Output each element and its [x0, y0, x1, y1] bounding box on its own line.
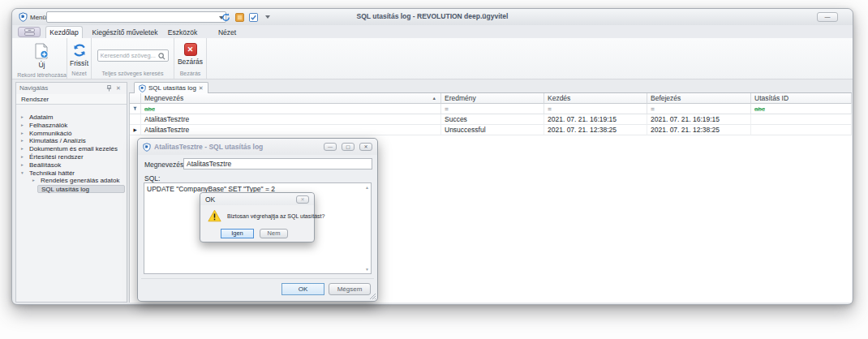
document-tab-sql-utasitas-log[interactable]: SQL utasítás log ✕: [134, 82, 208, 93]
fulltext-search-box[interactable]: [97, 49, 169, 62]
chevron-down-icon: [265, 15, 270, 19]
tasks-quick-button[interactable]: [247, 11, 259, 23]
dialog-maximize-button[interactable]: ▢: [342, 143, 355, 151]
menu-combobox[interactable]: [46, 11, 226, 23]
table-row[interactable]: AtalitasTesztre Succes 2021. 07. 21. 16:…: [130, 114, 852, 125]
minimize-icon: —: [825, 14, 831, 19]
ribbon-group-view: Frissít Nézet: [67, 38, 92, 79]
sidebar-item-felhasznalok[interactable]: ▸ Felhasználók: [16, 122, 127, 130]
cell-kezdes[interactable]: 2021. 07. 21. 12:38:25: [544, 125, 647, 135]
drawer-icon: [24, 28, 35, 36]
navigation-panel: Navigálás ✕ Rendszer ▸ Adataim: [15, 82, 127, 303]
ribbon: Új Rekord létrehozása Frissít: [12, 38, 853, 79]
confirm-dialog: OK ✕ Biztosan végrehajtja az SQL utasítá…: [200, 192, 315, 242]
settings-quick-button[interactable]: [234, 11, 245, 23]
filter-cell-eredmeny[interactable]: =: [441, 104, 544, 114]
refresh-icon: [72, 43, 87, 58]
menu-combobox-input[interactable]: [49, 12, 211, 22]
filter-row-indicator: [130, 104, 141, 114]
filter-cell-befejezes[interactable]: =: [647, 104, 751, 114]
close-icon: ✕: [184, 43, 197, 56]
close-tab-icon[interactable]: ✕: [199, 85, 204, 92]
refresh-icon: [221, 13, 230, 22]
no-button[interactable]: Nem: [260, 229, 288, 238]
cell-megnevezes[interactable]: AtalitasTesztre: [141, 114, 441, 125]
grid-corner-cell: [130, 93, 141, 104]
sidebar-item-dokumentum-email[interactable]: ▸ Dokumentum és email kezelés: [16, 145, 127, 153]
cell-utasitas-id[interactable]: [751, 125, 852, 135]
sidebar-item-kommunikacio[interactable]: ▸ Kommunikáció: [16, 130, 127, 138]
name-field-input[interactable]: [183, 158, 372, 170]
search-input[interactable]: [101, 51, 157, 60]
dialog-minimize-button[interactable]: —: [324, 143, 337, 151]
sidebar-item-rendeles-generalas[interactable]: ▸ Rendelés generálás adatok: [16, 177, 127, 185]
sidebar-item-adataim[interactable]: ▸ Adataim: [16, 114, 127, 122]
sidebar-item-ertesitesi-rendszer[interactable]: ▸ Értesítési rendszer: [16, 153, 127, 161]
quick-access-more-button[interactable]: [262, 11, 273, 23]
refresh-button[interactable]: Frissít: [66, 41, 92, 69]
table-row[interactable]: ▶ AtalitasTesztre Unsuccessful 2021. 07.…: [130, 125, 852, 135]
maximize-icon: ▢: [346, 144, 350, 149]
yes-button[interactable]: Igen: [221, 229, 254, 238]
sql-field-label: SQL:: [144, 174, 160, 182]
document-tabbar: SQL utasítás log ✕: [129, 82, 852, 93]
confirm-close-button[interactable]: ✕: [296, 195, 309, 204]
cell-eredmeny[interactable]: Unsuccessful: [441, 125, 544, 135]
ribbon-group-caption: Rekord létrehozása: [17, 71, 67, 79]
checkbox-icon: [249, 13, 258, 22]
tab-eszkozok[interactable]: Eszközök: [163, 26, 202, 38]
navigation-title: Navigálás: [19, 84, 104, 92]
menu-label: Menü: [30, 9, 46, 25]
column-header-eredmeny[interactable]: Eredmény: [441, 93, 544, 104]
filter-cell-megnevezes[interactable]: abc: [141, 104, 441, 114]
ribbon-group-caption: Nézet: [67, 69, 91, 79]
warning-icon: [208, 209, 221, 222]
ribbon-group-search: Teljes szöveges keresés: [92, 38, 174, 79]
cell-befejezes[interactable]: 2021. 07. 21. 16:19:15: [647, 114, 751, 125]
chevron-right-icon: ▸: [21, 161, 24, 170]
application-menu-button[interactable]: [18, 27, 41, 37]
pin-button[interactable]: [104, 84, 114, 92]
column-header-befejezes[interactable]: Befejezés: [647, 93, 751, 104]
row-indicator: ▶: [130, 125, 141, 135]
filter-cell-kezdes[interactable]: =: [544, 104, 647, 114]
grid-header-row: Megnevezés ▲ Eredmény Kezdés Befejezés U…: [130, 93, 852, 104]
tab-kezdolap[interactable]: Kezdőlap: [45, 26, 83, 38]
sidebar-item-technikai-hatter[interactable]: ▾ Technikai háttér: [16, 170, 127, 178]
new-document-icon: [35, 43, 49, 59]
ok-button[interactable]: OK: [281, 283, 324, 295]
sidebar-section-rendszer[interactable]: Rendszer: [16, 94, 127, 105]
cell-eredmeny[interactable]: Succes: [441, 114, 544, 125]
column-header-kezdes[interactable]: Kezdés: [544, 93, 647, 104]
confirm-title: OK: [205, 195, 296, 204]
minimize-button[interactable]: —: [817, 12, 838, 22]
scroll-down-icon[interactable]: ▼: [365, 267, 369, 272]
cell-utasitas-id[interactable]: [751, 114, 852, 125]
app-window: Menü: [11, 8, 853, 305]
chevron-right-icon: ▸: [21, 122, 24, 130]
refresh-quick-button[interactable]: [220, 11, 231, 23]
tab-kiegeszito-muveletek[interactable]: Kiegészítő műveletek: [90, 26, 160, 38]
close-panel-button[interactable]: ✕: [114, 84, 123, 92]
cell-befejezes[interactable]: 2021. 07. 21. 12:38:25: [647, 125, 751, 135]
sidebar-item-beallitasok[interactable]: ▸ Beállítások: [16, 161, 127, 170]
dialog-close-button[interactable]: ✕: [359, 143, 372, 151]
current-row-arrow-icon: ▶: [133, 127, 136, 132]
resize-grip[interactable]: [369, 293, 376, 300]
shield-icon: [139, 84, 146, 92]
column-header-utasitas-id[interactable]: Utasítás ID: [751, 93, 852, 104]
filter-cell-utasitas-id[interactable]: abc: [751, 104, 852, 114]
close-view-button[interactable]: ✕ Bezárás: [174, 41, 207, 67]
ribbon-group-close: ✕ Bezárás Bezárás: [174, 38, 207, 79]
search-icon: [158, 53, 165, 60]
cell-megnevezes[interactable]: AtalitasTesztre: [141, 125, 441, 135]
new-record-button[interactable]: Új: [31, 41, 53, 71]
filter-funnel-icon: [133, 105, 137, 112]
sidebar-item-sql-utasitas-log[interactable]: SQL utasítás log: [37, 185, 125, 193]
column-header-megnevezes[interactable]: Megnevezés ▲: [141, 93, 441, 104]
scroll-up-icon[interactable]: ▲: [365, 185, 369, 190]
cancel-button[interactable]: Mégsem: [329, 283, 371, 295]
cell-kezdes[interactable]: 2021. 07. 21. 16:19:15: [544, 114, 647, 125]
sidebar-item-kimutatas-analizis[interactable]: ▸ Kimutatás / Analízis: [16, 137, 127, 145]
tab-nezet[interactable]: Nézet: [212, 26, 243, 38]
